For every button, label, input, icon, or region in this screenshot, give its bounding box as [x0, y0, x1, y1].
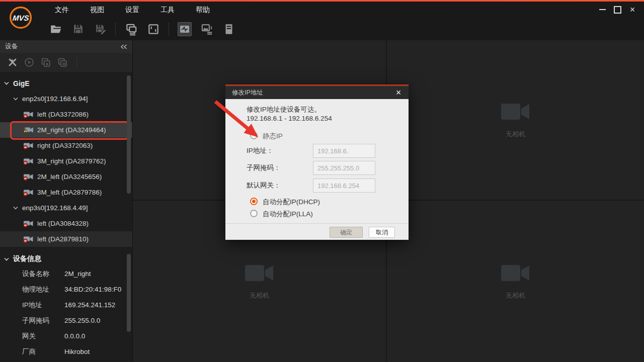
save-button[interactable]	[71, 22, 85, 36]
tree-node-gige[interactable]: GigE	[0, 75, 132, 91]
camera-panel-2[interactable]: 无相机	[387, 40, 644, 201]
chevron-down-icon[interactable]	[4, 81, 9, 85]
dialog-message: 修改IP地址使设备可达。	[247, 105, 321, 114]
tree-device-row[interactable]: right (DA3372063)	[0, 138, 132, 153]
camera-panel-4[interactable]: 无相机	[387, 201, 644, 362]
ip-address-input[interactable]	[313, 144, 375, 158]
info-row: IP地址 169.254.241.152	[0, 297, 132, 313]
camera-offline-icon	[23, 157, 34, 165]
dialog-close-button[interactable]: ×	[393, 87, 404, 98]
tree-device-row-selected[interactable]: 2M_right (DA3249464)	[0, 122, 132, 138]
static-ip-radio[interactable]	[250, 132, 258, 139]
sidebar-header: 设备	[0, 40, 132, 53]
chevron-down-icon[interactable]	[13, 97, 18, 101]
info-label: 厂商	[22, 347, 64, 356]
info-label: 网关	[22, 332, 64, 341]
menu-file[interactable]: 文件	[44, 2, 79, 18]
image-settings-button[interactable]	[200, 22, 214, 36]
collapse-panel-icon[interactable]	[120, 44, 127, 49]
tree-device-row[interactable]: 3M_right (DA2879762)	[0, 153, 132, 169]
menubar: 文件 视图 设置 工具 帮助	[44, 2, 220, 18]
tree-device-row[interactable]: left (DA3084328)	[0, 216, 132, 231]
open-folder-button[interactable]	[49, 22, 63, 36]
play-circle-icon	[24, 57, 35, 68]
subnet-mask-input[interactable]	[313, 161, 375, 175]
waveform-view-button[interactable]	[178, 22, 192, 36]
cancel-button[interactable]: 取消	[369, 227, 395, 238]
menu-help[interactable]: 帮助	[185, 2, 220, 18]
no-camera-icon	[501, 102, 530, 122]
dhcp-label: 自动分配IP(DHCP)	[263, 198, 320, 207]
tree-device-label: 3M_left (DA2879786)	[37, 189, 102, 196]
open-folder-icon	[49, 23, 62, 36]
tree-device-row[interactable]: 3M_left (DA2879786)	[0, 185, 132, 200]
gateway-input[interactable]	[313, 178, 375, 193]
no-camera-icon	[501, 263, 530, 283]
tree-device-label: left (DA2879810)	[37, 235, 89, 243]
info-row: 厂商 Hikrobot	[0, 344, 132, 359]
start-acquisition-button[interactable]	[24, 57, 35, 68]
tree-scrollbar-thumb[interactable]	[127, 75, 131, 194]
menu-view[interactable]: 视图	[79, 2, 115, 18]
disconnect-device-button[interactable]	[7, 57, 18, 68]
dialog-title: 修改IP地址	[232, 88, 263, 97]
dialog-footer-divider	[225, 223, 409, 224]
subnet-mask-label: 子网掩码：	[247, 161, 281, 175]
menu-tools[interactable]: 工具	[150, 2, 185, 18]
tree-node-enp3s0[interactable]: enp3s0[192.168.4.49]	[0, 200, 132, 216]
clipboard-list-icon	[222, 23, 235, 36]
minimize-button[interactable]	[595, 2, 610, 18]
start-all-button[interactable]	[40, 57, 51, 68]
camera-offline-icon	[23, 142, 34, 149]
tree-node-label: GigE	[13, 79, 30, 87]
info-row: 子网掩码 255.255.0.0	[0, 313, 132, 328]
gateway-label: 默认网关：	[247, 178, 281, 193]
maximize-button[interactable]	[610, 2, 625, 18]
fullscreen-button[interactable]	[146, 22, 160, 36]
dhcp-radio-selected[interactable]	[250, 198, 258, 205]
info-value: 2M_right	[64, 270, 91, 278]
layout-swap-button[interactable]	[124, 22, 138, 36]
device-tree: GigE enp2s0[192.168.6.94] left (DA337208…	[0, 72, 132, 359]
camera-offline-icon	[23, 173, 34, 180]
info-value: 0.0.0.0	[64, 332, 85, 340]
clipboard-list-button[interactable]	[222, 22, 236, 36]
tree-node-enp2s0[interactable]: enp2s0[192.168.6.94]	[0, 91, 132, 107]
tree-device-row[interactable]: left (DA3372086)	[0, 107, 132, 122]
info-scrollbar-thumb[interactable]	[127, 254, 131, 332]
main-toolbar	[0, 18, 644, 40]
device-info-title: 设备信息	[13, 254, 41, 263]
tree-device-label: right (DA3372063)	[37, 142, 93, 149]
lla-radio[interactable]	[250, 210, 258, 217]
camera-offline-icon	[23, 189, 34, 196]
camera-offline-icon	[23, 220, 34, 227]
camera-warning-icon	[23, 126, 34, 134]
info-label: 设备名称	[22, 269, 64, 279]
tree-device-row[interactable]: left (DA2879810)	[0, 231, 132, 247]
maximize-icon	[614, 6, 621, 14]
no-camera-icon	[245, 263, 274, 283]
camera-offline-icon	[23, 235, 34, 243]
tree-device-label: left (DA3372086)	[37, 111, 89, 118]
device-info-header[interactable]: 设备信息	[0, 252, 132, 266]
window-top-accent	[0, 0, 644, 2]
info-row: 设备名称 2M_right	[0, 266, 132, 282]
tree-device-label: 3M_right (DA2879762)	[37, 157, 106, 165]
chevron-down-icon[interactable]	[4, 257, 9, 261]
info-value: 34:BD:20:41:98:F0	[64, 286, 121, 293]
save-icon	[72, 23, 85, 35]
chevron-down-icon[interactable]	[13, 206, 18, 210]
tree-device-row[interactable]: 2M_left (DA3245656)	[0, 169, 132, 185]
toolbar-separator	[115, 23, 116, 36]
menu-settings[interactable]: 设置	[115, 2, 150, 18]
tree-device-label: 2M_left (DA3245656)	[37, 173, 102, 180]
close-icon: ×	[630, 5, 635, 14]
device-toolbar	[0, 53, 132, 72]
static-ip-label: 静态IP	[263, 132, 283, 141]
save-as-button[interactable]	[93, 22, 107, 36]
stop-all-button[interactable]	[57, 57, 68, 68]
close-button[interactable]: ×	[625, 2, 640, 18]
ok-button[interactable]: 确定	[330, 227, 363, 238]
fullscreen-icon	[147, 23, 160, 36]
info-label: 子网掩码	[22, 316, 64, 325]
